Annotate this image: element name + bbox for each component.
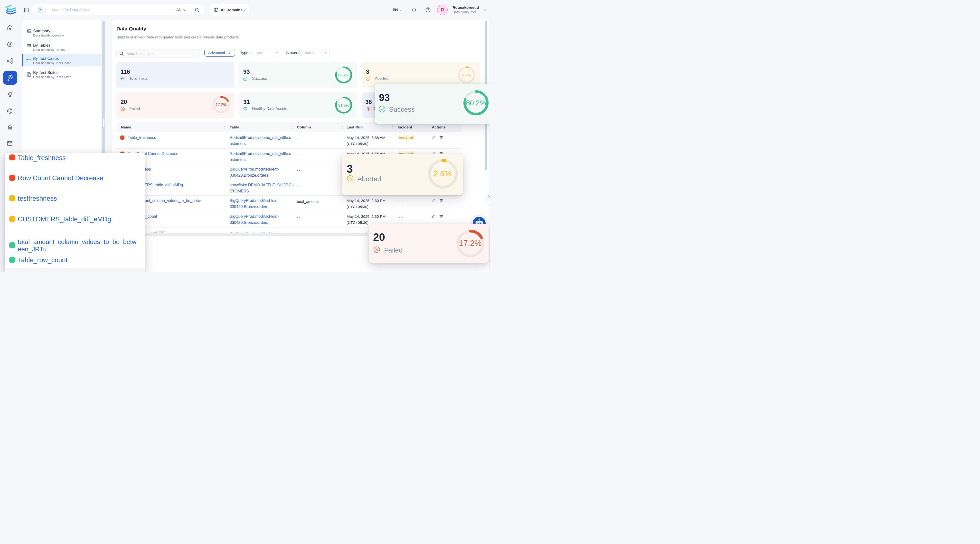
svg-text:81.6%: 81.6% xyxy=(338,103,349,107)
svg-text:2.6%: 2.6% xyxy=(434,169,452,178)
svg-text:17.2%: 17.2% xyxy=(216,103,226,107)
svg-text:2.6%: 2.6% xyxy=(462,73,471,77)
svg-text:17.2%: 17.2% xyxy=(459,239,482,248)
svg-text:80.2%: 80.2% xyxy=(466,99,486,107)
svg-text:80.2%: 80.2% xyxy=(338,73,349,77)
